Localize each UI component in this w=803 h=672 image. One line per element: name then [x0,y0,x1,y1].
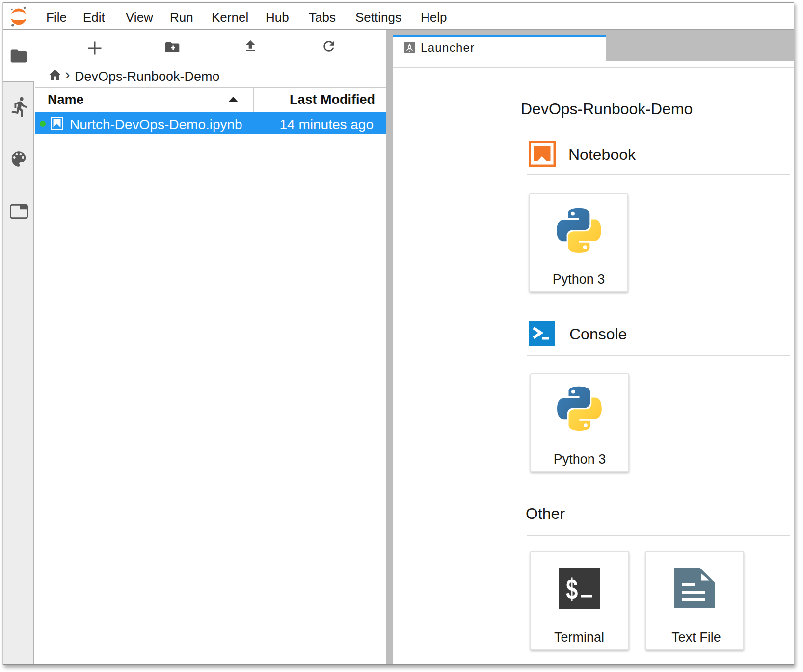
svg-text:$: $ [566,572,578,605]
